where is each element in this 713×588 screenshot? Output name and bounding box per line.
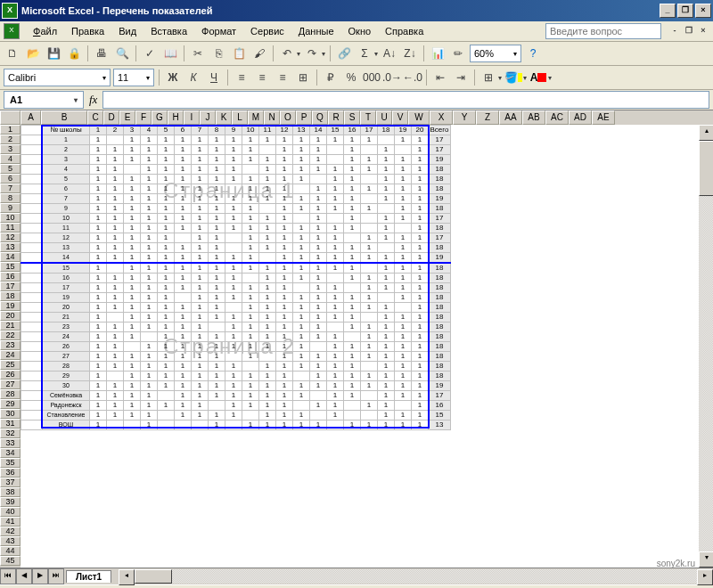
row-header-35[interactable]: 35	[0, 458, 20, 468]
row-header-25[interactable]: 25	[0, 360, 20, 370]
row-header-32[interactable]: 32	[0, 429, 20, 438]
restore-button[interactable]: ❐	[677, 4, 693, 18]
col-header-R[interactable]: R	[328, 110, 344, 125]
sort-asc-icon[interactable]: A↓	[381, 45, 398, 62]
menu-window[interactable]: Окно	[342, 24, 378, 38]
cut-icon[interactable]: ✂	[189, 45, 207, 62]
row-header-12[interactable]: 12	[0, 233, 20, 242]
row-header-31[interactable]: 31	[0, 419, 20, 429]
row-header-30[interactable]: 30	[0, 409, 20, 419]
borders-dropdown[interactable]: ▾	[498, 74, 502, 82]
col-header-C[interactable]: C	[87, 110, 103, 125]
row-header-4[interactable]: 4	[0, 154, 20, 164]
drawing-icon[interactable]: ✏	[449, 45, 467, 62]
col-header-S[interactable]: S	[344, 110, 360, 125]
help-icon[interactable]: ?	[524, 45, 542, 62]
row-header-40[interactable]: 40	[0, 507, 20, 517]
new-icon[interactable]: 🗋	[4, 45, 21, 62]
col-header-J[interactable]: J	[200, 110, 216, 125]
menu-data[interactable]: Данные	[292, 24, 340, 38]
row-header-13[interactable]: 13	[0, 242, 20, 252]
col-header-AB[interactable]: AB	[522, 110, 545, 125]
col-header-AE[interactable]: AE	[592, 110, 615, 125]
font-name-select[interactable]: Calibri▾	[4, 69, 111, 86]
row-header-14[interactable]: 14	[0, 252, 20, 262]
row-header-17[interactable]: 17	[0, 282, 20, 291]
comma-icon[interactable]: 000	[363, 69, 381, 86]
row-header-34[interactable]: 34	[0, 448, 20, 458]
row-header-41[interactable]: 41	[0, 517, 20, 527]
row-header-2[interactable]: 2	[0, 135, 20, 144]
row-header-27[interactable]: 27	[0, 380, 20, 389]
italic-icon[interactable]: К	[184, 69, 202, 86]
font-color-icon[interactable]: A	[529, 69, 547, 86]
format-painter-icon[interactable]: 🖌	[250, 45, 268, 62]
decrease-decimal-icon[interactable]: ←.0	[404, 69, 422, 86]
horizontal-scrollbar[interactable]: ◂ ▸	[119, 569, 713, 584]
percent-icon[interactable]: %	[342, 69, 360, 86]
row-header-5[interactable]: 5	[0, 164, 20, 174]
row-header-3[interactable]: 3	[0, 144, 20, 154]
name-box[interactable]: A1▾	[4, 91, 84, 109]
col-header-F[interactable]: F	[135, 110, 152, 125]
tab-last-button[interactable]: ⏭	[48, 568, 64, 584]
sort-desc-icon[interactable]: Z↓	[401, 45, 419, 62]
col-header-E[interactable]: E	[119, 110, 135, 125]
doc-close-button[interactable]: ×	[697, 26, 709, 37]
fill-color-icon[interactable]: 🪣	[504, 69, 522, 86]
increase-decimal-icon[interactable]: .0→	[383, 69, 401, 86]
align-left-icon[interactable]: ≡	[233, 69, 250, 86]
decrease-indent-icon[interactable]: ⇤	[431, 69, 449, 86]
col-header-L[interactable]: L	[232, 110, 248, 125]
app-icon[interactable]: X	[4, 23, 20, 39]
research-icon[interactable]: 📖	[161, 45, 179, 62]
row-header-33[interactable]: 33	[0, 438, 20, 448]
redo-dropdown[interactable]: ▾	[322, 50, 325, 58]
increase-indent-icon[interactable]: ⇥	[452, 69, 470, 86]
scroll-left-button[interactable]: ◂	[119, 569, 135, 585]
bold-icon[interactable]: Ж	[164, 69, 182, 86]
row-header-37[interactable]: 37	[0, 478, 20, 487]
menu-insert[interactable]: Вставка	[144, 24, 193, 38]
col-header-V[interactable]: V	[392, 110, 408, 125]
row-header-39[interactable]: 39	[0, 497, 20, 507]
col-header-AA[interactable]: AA	[499, 110, 522, 125]
font-color-dropdown[interactable]: ▾	[548, 74, 552, 82]
row-header-24[interactable]: 24	[0, 350, 20, 360]
zoom-select[interactable]: 60%▾	[470, 45, 521, 62]
row-header-28[interactable]: 28	[0, 389, 20, 399]
minimize-button[interactable]: _	[660, 4, 676, 18]
row-header-1[interactable]: 1	[0, 125, 20, 135]
row-header-7[interactable]: 7	[0, 184, 20, 193]
doc-restore-button[interactable]: ❐	[683, 26, 695, 37]
row-header-18[interactable]: 18	[0, 291, 20, 301]
formula-bar[interactable]	[102, 91, 709, 109]
align-center-icon[interactable]: ≡	[253, 69, 271, 86]
menu-format[interactable]: Формат	[195, 24, 242, 38]
col-header-D[interactable]: D	[103, 110, 119, 125]
sheet-tab-1[interactable]: Лист1	[66, 570, 111, 583]
row-header-38[interactable]: 38	[0, 487, 20, 497]
col-header-P[interactable]: P	[296, 110, 312, 125]
autosum-icon[interactable]: Σ	[356, 45, 373, 62]
menu-edit[interactable]: Правка	[65, 24, 111, 38]
undo-icon[interactable]: ↶	[278, 45, 296, 62]
align-right-icon[interactable]: ≡	[274, 69, 291, 86]
col-header-X[interactable]: X	[430, 110, 453, 125]
scroll-down-button[interactable]: ▾	[699, 551, 713, 568]
row-header-22[interactable]: 22	[0, 331, 20, 340]
row-header-6[interactable]: 6	[0, 174, 20, 184]
preview-icon[interactable]: 🔍	[113, 45, 131, 62]
menu-file[interactable]: Файл	[27, 24, 63, 38]
vertical-scrollbar[interactable]: ▴ ▾	[699, 125, 713, 568]
col-header-U[interactable]: U	[376, 110, 392, 125]
row-header-10[interactable]: 10	[0, 213, 20, 223]
borders-icon[interactable]: ⊞	[479, 69, 497, 86]
spelling-icon[interactable]: ✓	[141, 45, 159, 62]
row-header-21[interactable]: 21	[0, 321, 20, 331]
tab-first-button[interactable]: ⏮	[0, 568, 16, 584]
row-header-9[interactable]: 9	[0, 203, 20, 213]
paste-icon[interactable]: 📋	[230, 45, 248, 62]
row-header-45[interactable]: 45	[0, 556, 20, 566]
tab-next-button[interactable]: ▶	[32, 568, 48, 584]
